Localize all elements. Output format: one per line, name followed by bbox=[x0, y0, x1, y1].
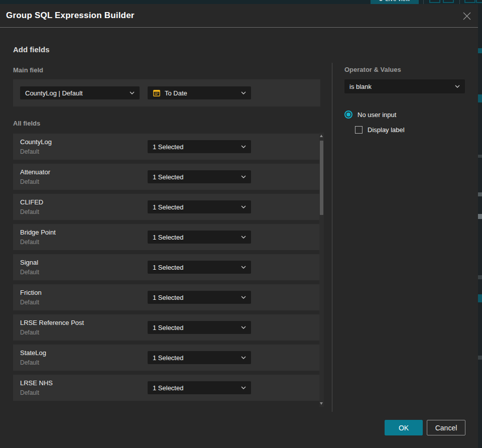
field-subtitle: Default bbox=[20, 208, 39, 215]
live-view-dot-icon bbox=[379, 0, 383, 1]
chevron-down-icon bbox=[241, 356, 246, 359]
toolbar-button-icon bbox=[429, 0, 440, 3]
chevron-down-icon bbox=[241, 296, 246, 299]
field-name: Signal bbox=[20, 259, 38, 266]
field-row: LRSE Reference Post Default 1 Selected bbox=[13, 314, 320, 341]
no-user-input-radio[interactable]: No user input bbox=[344, 110, 396, 119]
field-name: LRSE Reference Post bbox=[20, 319, 84, 326]
field-name: Attenuator bbox=[20, 168, 50, 176]
display-label-checkbox[interactable]: Display label bbox=[355, 126, 405, 134]
field-row: LRSE NHS Default 1 Selected bbox=[13, 375, 320, 401]
field-selection-select[interactable]: 1 Selected bbox=[148, 200, 251, 213]
background-fragment bbox=[478, 275, 482, 279]
operator-values-label: Operator & Values bbox=[344, 66, 401, 73]
main-field-select[interactable]: CountyLog | Default bbox=[20, 86, 140, 99]
field-subtitle: Default bbox=[20, 389, 39, 396]
live-view-label: Live view bbox=[385, 0, 410, 3]
close-icon bbox=[462, 12, 471, 21]
all-fields-list: CountyLog Default 1 Selected Attenuator … bbox=[13, 134, 320, 405]
background-fragment bbox=[478, 192, 482, 196]
scroll-up-arrow-icon[interactable] bbox=[320, 135, 323, 137]
chevron-down-icon bbox=[241, 145, 246, 148]
field-name: StateLog bbox=[20, 349, 46, 357]
field-row: Attenuator Default 1 Selected bbox=[13, 164, 320, 190]
background-fragment bbox=[478, 356, 482, 360]
chevron-down-icon bbox=[241, 266, 246, 269]
field-name: CountyLog bbox=[20, 138, 52, 146]
ok-button[interactable]: OK bbox=[385, 420, 423, 435]
main-field-select-value: CountyLog | Default bbox=[25, 89, 83, 97]
background-fragment bbox=[478, 48, 482, 53]
background-fragment bbox=[478, 94, 482, 102]
field-row: CountyLog Default 1 Selected bbox=[13, 134, 320, 160]
live-view-button: Live view bbox=[371, 0, 419, 4]
checkbox-unchecked-icon bbox=[355, 126, 363, 134]
scrollbar-thumb[interactable] bbox=[320, 141, 323, 215]
background-right-edge bbox=[478, 4, 482, 448]
chevron-down-icon bbox=[241, 205, 246, 208]
field-selection-select[interactable]: 1 Selected bbox=[148, 170, 251, 183]
field-row: Bridge Point Default 1 Selected bbox=[13, 224, 320, 250]
field-subtitle: Default bbox=[20, 239, 39, 246]
field-subtitle: Default bbox=[20, 359, 39, 366]
radio-selected-icon bbox=[344, 110, 352, 119]
operator-select-value: is blank bbox=[349, 83, 372, 90]
calendar-icon bbox=[153, 89, 161, 97]
field-name: CLIFED bbox=[20, 198, 43, 206]
cancel-button[interactable]: Cancel bbox=[427, 420, 465, 435]
field-selection-select[interactable]: 1 Selected bbox=[148, 231, 251, 244]
field-selection-value: 1 Selected bbox=[153, 203, 183, 211]
field-subtitle: Default bbox=[20, 329, 39, 336]
field-selection-select[interactable]: 1 Selected bbox=[148, 261, 251, 274]
field-selection-select[interactable]: 1 Selected bbox=[148, 321, 251, 334]
field-subtitle: Default bbox=[20, 148, 39, 155]
field-row: Signal Default 1 Selected bbox=[13, 254, 320, 280]
chevron-down-icon bbox=[130, 91, 135, 94]
main-field-panel: CountyLog | Default To Date bbox=[13, 79, 320, 106]
group-sql-expression-builder-dialog: Group SQL Expression Builder Add fields … bbox=[0, 4, 478, 448]
dialog-title: Group SQL Expression Builder bbox=[0, 11, 135, 21]
chevron-down-icon bbox=[241, 386, 246, 389]
operator-select[interactable]: is blank bbox=[344, 79, 465, 93]
add-fields-heading: Add fields bbox=[13, 45, 50, 54]
field-selection-value: 1 Selected bbox=[153, 234, 183, 241]
field-selection-select[interactable]: 1 Selected bbox=[148, 140, 251, 153]
chevron-down-icon bbox=[241, 236, 246, 239]
field-row: CLIFED Default 1 Selected bbox=[13, 194, 320, 220]
background-fragment bbox=[478, 214, 482, 219]
fields-list-scrollbar[interactable] bbox=[319, 133, 324, 407]
chevron-down-icon bbox=[241, 175, 246, 178]
field-selection-select[interactable]: 1 Selected bbox=[148, 291, 251, 304]
field-subtitle: Default bbox=[20, 269, 39, 276]
field-name: Friction bbox=[20, 289, 42, 296]
field-selection-select[interactable]: 1 Selected bbox=[148, 351, 251, 364]
background-top-toolbar: Live view bbox=[0, 0, 482, 4]
field-selection-select[interactable]: 1 Selected bbox=[148, 381, 251, 394]
background-fragment bbox=[478, 155, 482, 158]
field-selection-value: 1 Selected bbox=[153, 173, 183, 181]
chevron-down-icon bbox=[241, 91, 246, 94]
field-name: LRSE NHS bbox=[20, 379, 53, 387]
field-selection-value: 1 Selected bbox=[153, 264, 183, 271]
display-label-label: Display label bbox=[368, 126, 405, 134]
date-type-select-value: To Date bbox=[165, 89, 187, 97]
close-button[interactable] bbox=[461, 10, 473, 22]
scroll-down-arrow-icon[interactable] bbox=[320, 402, 323, 405]
panel-divider bbox=[332, 63, 332, 412]
chevron-down-icon bbox=[455, 85, 460, 88]
background-fragment bbox=[478, 294, 482, 302]
toolbar-button-icon bbox=[464, 0, 475, 3]
toolbar-button-icon bbox=[476, 0, 482, 3]
field-name: Bridge Point bbox=[20, 229, 56, 236]
field-row: Friction Default 1 Selected bbox=[13, 284, 320, 310]
dialog-header: Group SQL Expression Builder bbox=[0, 4, 478, 28]
field-selection-value: 1 Selected bbox=[153, 354, 183, 362]
main-field-label: Main field bbox=[13, 66, 43, 74]
no-user-input-label: No user input bbox=[357, 111, 396, 119]
field-subtitle: Default bbox=[20, 178, 39, 185]
field-selection-value: 1 Selected bbox=[153, 324, 183, 331]
date-type-select[interactable]: To Date bbox=[148, 86, 251, 99]
field-subtitle: Default bbox=[20, 299, 39, 306]
field-row: StateLog Default 1 Selected bbox=[13, 345, 320, 371]
toolbar-button-icon bbox=[443, 0, 454, 3]
